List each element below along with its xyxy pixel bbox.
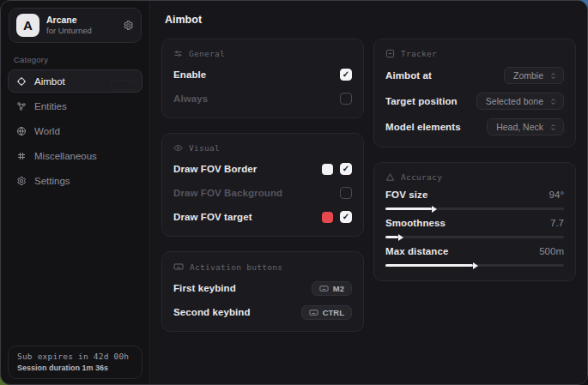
enable-checkbox[interactable]	[340, 69, 352, 81]
card-title: General	[189, 49, 225, 58]
page-title: Aimbot	[165, 14, 202, 26]
aimbot-at-select[interactable]: Zombie	[504, 67, 564, 84]
card-title: Accuracy	[401, 172, 442, 182]
sidebar-nav: Aimbot Entities World Miscellaneous	[1, 69, 149, 192]
keyboard-icon	[309, 308, 318, 317]
session-duration-text: Session duration 1m 36s	[17, 364, 133, 372]
settings-gear-icon	[15, 176, 27, 186]
brand-card: A Arcane for Unturned	[9, 8, 142, 43]
fov-size-slider[interactable]	[385, 208, 564, 210]
sidebar-item-miscellaneous[interactable]: Miscellaneous	[8, 144, 142, 167]
second-keybind-button[interactable]: CTRL	[301, 305, 352, 320]
setting-row-max-distance: Max distance 500m	[385, 246, 564, 267]
sidebar-item-label: Entities	[34, 101, 67, 111]
target-position-select[interactable]: Selected bone	[476, 93, 564, 110]
first-keybind-button[interactable]: M2	[312, 281, 352, 296]
setting-row-target-position: Target position Selected bone	[385, 93, 564, 110]
triangle-icon	[385, 172, 395, 182]
setting-row-always: Always	[173, 91, 352, 106]
subscription-info: Sub expires in 42d 00h Session duration …	[8, 346, 142, 379]
smoothness-value: 7.7	[550, 218, 564, 228]
sidebar: A Arcane for Unturned Category Aimbot	[1, 1, 150, 384]
setting-row-aimbot-at: Aimbot at Zombie	[385, 67, 564, 84]
focus-box-icon	[385, 49, 395, 58]
app-window: A Arcane for Unturned Category Aimbot	[0, 0, 588, 385]
setting-row-fov-border: Draw FOV Border	[173, 161, 352, 177]
setting-row-enable: Enable	[173, 67, 352, 82]
general-card: General Enable Always	[161, 39, 364, 118]
setting-row-second-keybind: Second keybind CTRL	[173, 304, 352, 320]
sliders-icon	[173, 49, 183, 58]
unfold-icon	[549, 123, 557, 132]
activation-buttons-card: Activation buttons First keybind M2 Seco…	[161, 251, 364, 332]
sidebar-item-aimbot[interactable]: Aimbot	[8, 69, 142, 93]
setting-row-first-keybind: First keybind M2	[173, 280, 352, 296]
nav-item-hint	[111, 80, 136, 90]
sidebar-item-settings[interactable]: Settings	[8, 169, 142, 192]
fov-background-checkbox[interactable]	[340, 187, 352, 199]
sidebar-item-label: Miscellaneous	[34, 151, 97, 161]
unfold-icon	[549, 71, 557, 81]
sidebar-item-entities[interactable]: Entities	[8, 94, 142, 117]
fov-size-value: 94°	[549, 189, 564, 200]
setting-row-model-elements: Model elements Head, Neck	[385, 118, 564, 135]
keyboard-icon	[319, 284, 329, 293]
card-title: Visual	[189, 143, 220, 153]
left-column: General Enable Always Visual	[161, 39, 364, 332]
fov-border-checkbox[interactable]	[340, 163, 352, 175]
sidebar-item-label: Settings	[34, 176, 70, 186]
gear-icon[interactable]	[123, 20, 134, 31]
accuracy-card: Accuracy FOV size 94° Smoothness 7.7	[373, 162, 576, 281]
grid-icon	[15, 151, 27, 161]
eye-icon	[173, 143, 183, 153]
sidebar-item-label: Aimbot	[34, 76, 65, 87]
model-elements-select[interactable]: Head, Neck	[487, 118, 564, 135]
sidebar-item-world[interactable]: World	[8, 119, 142, 142]
right-column: Tracker Aimbot at Zombie Target position…	[373, 39, 576, 281]
tracker-card: Tracker Aimbot at Zombie Target position…	[373, 39, 576, 147]
setting-row-fov-background: Draw FOV Background	[173, 185, 352, 201]
color-swatch-white[interactable]	[322, 164, 333, 175]
setting-row-fov-size: FOV size 94°	[385, 189, 564, 210]
app-title: Arcane	[46, 15, 116, 26]
max-distance-slider[interactable]	[385, 264, 564, 267]
max-distance-value: 500m	[539, 246, 564, 256]
fov-target-checkbox[interactable]	[340, 211, 352, 223]
main-panel: Aimbot General Enable Always	[151, 1, 587, 384]
sub-expiry-text: Sub expires in 42d 00h	[17, 352, 133, 361]
globe-icon	[15, 126, 27, 136]
unfold-icon	[549, 97, 557, 106]
card-title: Tracker	[401, 49, 437, 58]
always-checkbox[interactable]	[340, 93, 352, 105]
entities-icon	[15, 101, 27, 111]
sidebar-item-label: World	[34, 126, 60, 136]
setting-row-fov-target: Draw FOV target	[173, 209, 352, 225]
crosshair-icon	[15, 76, 27, 87]
card-title: Activation buttons	[190, 262, 282, 272]
color-swatch-red[interactable]	[322, 212, 333, 223]
smoothness-slider[interactable]	[385, 236, 564, 238]
visual-card: Visual Draw FOV Border Draw FOV Backgrou…	[161, 133, 364, 237]
keyboard-icon	[173, 262, 184, 272]
app-logo: A	[16, 14, 39, 37]
app-subtitle: for Unturned	[46, 26, 116, 36]
category-label: Category	[14, 55, 149, 64]
setting-row-smoothness: Smoothness 7.7	[385, 218, 564, 238]
